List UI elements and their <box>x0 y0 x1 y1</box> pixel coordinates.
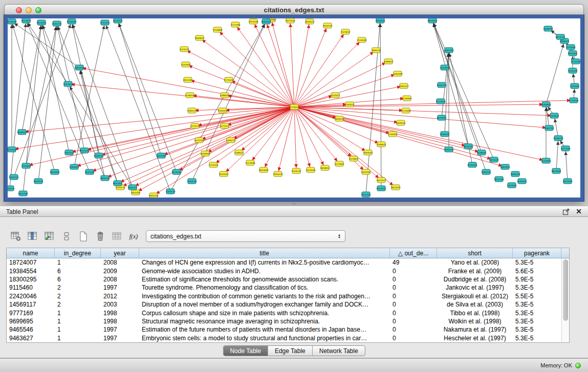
graph-node[interactable]: 1442094 <box>181 62 191 67</box>
graph-node[interactable]: 1324505 <box>507 183 517 188</box>
graph-node[interactable]: 9355160 <box>18 191 28 196</box>
graph-node[interactable]: 1250610 <box>21 163 31 168</box>
graph-node[interactable]: 9752411 <box>100 20 110 25</box>
graph-node[interactable]: 1043116 <box>187 179 197 184</box>
memory-ok-indicator[interactable] <box>575 363 581 368</box>
graph-node[interactable]: 2051644 <box>63 81 73 86</box>
graph-node[interactable]: 9292052 <box>440 132 450 137</box>
graph-node[interactable]: 9021531 <box>556 34 565 39</box>
graph-node[interactable]: 1271512 <box>220 123 230 128</box>
network-canvas[interactable]: 1724057121524316046221154808122139019743… <box>8 18 580 198</box>
graph-node[interactable]: 1221390 <box>231 22 241 27</box>
table-row[interactable]: 2242004622012Investigating the contribut… <box>7 292 569 300</box>
graph-node[interactable]: 1185499 <box>393 71 403 76</box>
graph-node[interactable]: 9503161 <box>568 51 578 56</box>
graph-node[interactable]: 9613044 <box>552 168 561 173</box>
graph-node[interactable]: 1815973 <box>391 185 401 190</box>
graph-node[interactable]: 1815120 <box>489 157 499 162</box>
table-row[interactable]: 977716911998Corpus callosum shape and si… <box>7 309 569 317</box>
graph-node[interactable]: 1041225 <box>52 21 62 26</box>
graph-node[interactable]: 1972450 <box>563 179 573 184</box>
tab-edge-table[interactable]: Edge Table <box>268 346 313 356</box>
column-header-in_degree[interactable]: in_degree <box>55 248 101 258</box>
graph-node[interactable]: 8341200 <box>464 144 473 149</box>
graph-node[interactable]: 9612304 <box>494 177 504 182</box>
table-row[interactable]: 911546021997Tourette syndrome. Phenomeno… <box>7 283 569 292</box>
graph-node[interactable]: 1612427 <box>377 178 386 183</box>
graph-node[interactable]: 9165204 <box>437 82 447 87</box>
graph-node[interactable]: 1630155 <box>444 147 454 152</box>
graph-node[interactable]: 1154409 <box>357 37 367 42</box>
graph-node[interactable]: 1258104 <box>185 93 195 98</box>
graph-node[interactable]: 1692450 <box>511 171 520 177</box>
graph-node[interactable]: 1061427 <box>399 83 409 89</box>
graph-node[interactable]: 1425103 <box>568 68 578 73</box>
graph-node[interactable]: 1275416 <box>224 77 234 82</box>
table-row[interactable]: 1938455462009Genome-wide association stu… <box>7 267 569 275</box>
graph-node[interactable]: 1977510 <box>286 18 295 23</box>
graph-node[interactable]: 1948794 <box>543 26 553 31</box>
graph-node[interactable]: 1306715 <box>226 138 236 143</box>
graph-node[interactable]: 2051301 <box>183 77 193 82</box>
graph-node[interactable]: 1261503 <box>157 153 166 158</box>
graph-node[interactable]: 8714022 <box>21 18 31 23</box>
close-panel-icon[interactable]: ✕ <box>576 207 582 215</box>
graph-node[interactable]: 8183014 <box>262 19 271 24</box>
graph-node[interactable]: 8122054 <box>8 147 17 152</box>
column-header-short[interactable]: short <box>437 248 513 258</box>
graph-node[interactable]: 1901476 <box>149 193 159 198</box>
column-header-pagerank[interactable]: pagerank <box>513 248 561 258</box>
graph-node[interactable]: 1532046 <box>566 45 576 50</box>
graph-node[interactable]: 9146220 <box>554 136 563 141</box>
graph-node[interactable]: 8635204 <box>50 169 60 174</box>
graph-node[interactable]: 9120416 <box>8 19 17 24</box>
graph-node[interactable]: 9505135 <box>34 179 43 184</box>
graph-node[interactable]: 1604622 <box>195 35 205 40</box>
table-row[interactable]: 946362711997Embryonic stem cells: a mode… <box>7 334 569 342</box>
table-settings-icon[interactable] <box>10 231 21 242</box>
select-columns-icon[interactable] <box>27 231 38 242</box>
graph-node[interactable]: 9241104 <box>85 169 95 174</box>
graph-node[interactable]: 9160234 <box>94 153 104 158</box>
graph-node[interactable]: 1895754 <box>372 48 381 53</box>
graph-node[interactable]: 1040761 <box>361 169 371 174</box>
graph-node[interactable]: 9046511 <box>17 129 27 135</box>
table-row[interactable]: 969969511998Structural magnetic resonanc… <box>7 317 569 325</box>
new-table-icon[interactable] <box>78 231 89 242</box>
graph-node[interactable]: 1610447 <box>219 171 229 177</box>
graph-node[interactable]: 1905136 <box>100 176 110 181</box>
panel-splitter-handle[interactable] <box>292 203 296 205</box>
table-row[interactable]: 946554611997Estimation of the future num… <box>7 325 569 334</box>
graph-node[interactable]: 1775103 <box>569 98 579 103</box>
graph-node[interactable]: 1322017 <box>331 93 340 98</box>
graph-node[interactable]: 1922450 <box>361 192 371 197</box>
import-table-icon[interactable] <box>112 231 123 242</box>
graph-node[interactable]: 9273741 <box>571 59 580 64</box>
graph-node[interactable]: 1210455 <box>541 158 551 163</box>
graph-node[interactable]: 1184641 <box>377 142 386 147</box>
scrollbar-thumb[interactable] <box>563 259 568 321</box>
graph-node[interactable]: 1223560 <box>246 160 255 165</box>
graph-node[interactable]: 1514469 <box>401 108 411 113</box>
tab-network-table[interactable]: Network Table <box>313 346 365 356</box>
graph-node[interactable]: 1221602 <box>335 161 344 166</box>
graph-node[interactable]: 1186021 <box>234 150 244 155</box>
graph-node[interactable]: 1512043 <box>436 99 446 104</box>
graph-node[interactable]: 8104452 <box>8 186 15 191</box>
network-window-titlebar[interactable]: citations_edges.txt <box>4 4 584 15</box>
tab-node-table[interactable]: Node Table <box>223 346 268 356</box>
graph-node[interactable]: 9245012 <box>377 186 386 191</box>
graph-node[interactable]: 8251330 <box>80 148 90 153</box>
graph-node[interactable]: 1725344 <box>209 162 219 167</box>
graph-node[interactable]: 1159351 <box>550 113 559 118</box>
graph-node[interactable]: 1154808 <box>213 27 223 32</box>
graph-node[interactable]: 1077435 <box>561 146 571 151</box>
graph-node[interactable]: 1435162 <box>570 83 580 89</box>
graph-node[interactable]: 1524815 <box>349 156 359 161</box>
column-header-out_de[interactable]: △ out_de... <box>390 248 437 258</box>
graph-node[interactable]: 1093918 <box>201 151 210 156</box>
column-header-year[interactable]: year <box>101 248 139 258</box>
table-row[interactable]: 1872400712008Changes of HCN gene express… <box>7 258 569 267</box>
column-header-title[interactable]: title <box>139 248 390 258</box>
graph-node[interactable]: 1859542 <box>396 120 406 125</box>
